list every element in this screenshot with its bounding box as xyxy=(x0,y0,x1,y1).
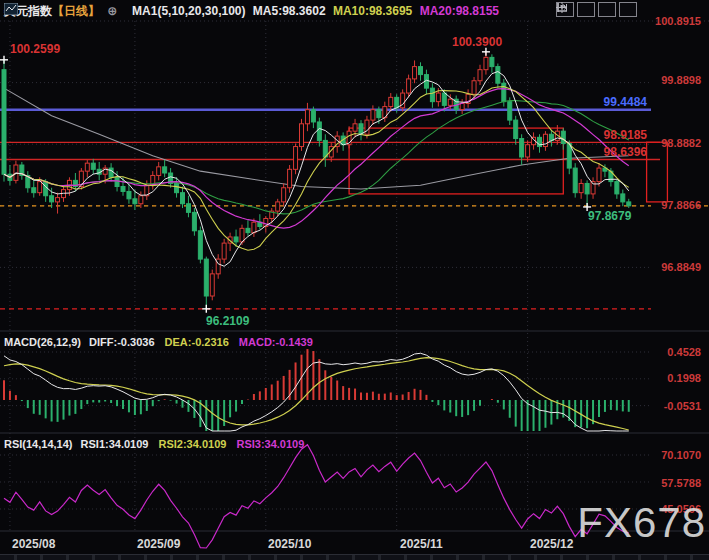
rsi-tick-1: 70.1070 xyxy=(661,449,701,461)
rsi1-value: RSI1:34.0109 xyxy=(81,438,149,450)
chart-window: { "header": { "title": "美元指数", "period_t… xyxy=(0,0,709,560)
fx678-watermark: FX678 xyxy=(577,499,706,547)
red-level1-label: 98.9185 xyxy=(604,128,647,142)
ma5-value: MA5:98.3602 xyxy=(253,4,326,18)
swing-low2-label: 97.8679 xyxy=(588,209,631,223)
ma10-value: MA10:98.3695 xyxy=(333,4,412,18)
rsi-params: RSI(14,14,14) xyxy=(4,438,72,450)
month-label-dec: 2025/12 xyxy=(530,537,573,551)
red-level2-label: 98.6396 xyxy=(604,145,647,159)
macd-params: MACD(26,12,9) xyxy=(4,336,81,348)
price-chart-canvas[interactable] xyxy=(0,0,709,560)
expand-icon[interactable]: ⊕ xyxy=(107,4,117,18)
macd-legend: MACD(26,12,9) DIFF:-0.3036 DEA:-0.2316 M… xyxy=(4,336,313,348)
ma20-value: MA20:98.8155 xyxy=(420,4,499,18)
macd-tick-2: 0.1998 xyxy=(667,372,701,384)
rsi2-value: RSI2:34.0109 xyxy=(159,438,227,450)
swing-high2-label: 100.3900 xyxy=(452,35,502,49)
chart-toolbar xyxy=(556,2,637,17)
compress-left-icon[interactable] xyxy=(577,2,595,17)
rsi3-value: RSI3:34.0109 xyxy=(236,438,304,450)
price-tick-2: 99.8898 xyxy=(661,74,701,86)
legend-bar: 美元指数【日线】 ⊕ MA1(5,10,20,30,100) MA5:98.36… xyxy=(4,3,503,20)
macd-hist-value: MACD:-0.1439 xyxy=(239,336,313,348)
price-tick-4: 97.8866 xyxy=(661,199,701,211)
macd-dea-value: DEA:-0.2316 xyxy=(165,336,229,348)
month-label-nov: 2025/11 xyxy=(400,537,443,551)
month-label-aug: 2025/08 xyxy=(12,537,55,551)
price-tick-3: 98.8882 xyxy=(661,137,701,149)
macd-tick-3: -0.0531 xyxy=(664,400,701,412)
month-label-oct: 2025/10 xyxy=(268,537,311,551)
compress-right-icon[interactable] xyxy=(598,2,616,17)
price-tick-1: 100.8915 xyxy=(655,15,701,27)
ma-legend: MA1(5,10,20,30,100) xyxy=(132,4,245,18)
macd-diff-value: DIFF:-0.3036 xyxy=(89,336,154,348)
rsi-legend: RSI(14,14,14) RSI1:34.0109 RSI2:34.0109 … xyxy=(4,438,304,450)
period-tag[interactable]: 【日线】 xyxy=(52,4,100,18)
rsi-tick-2: 57.5788 xyxy=(661,477,701,489)
price-tick-5: 96.8849 xyxy=(661,261,701,273)
macd-tick-1: 0.4528 xyxy=(667,346,701,358)
swing-low1-label: 96.2109 xyxy=(206,314,249,328)
month-label-sep: 2025/09 xyxy=(137,537,180,551)
blue-level-label: 99.4484 xyxy=(604,95,647,109)
swing-high1-label: 100.2599 xyxy=(10,42,60,56)
cropped-bottom-strip xyxy=(0,554,709,560)
pan-right-icon[interactable] xyxy=(619,2,637,17)
